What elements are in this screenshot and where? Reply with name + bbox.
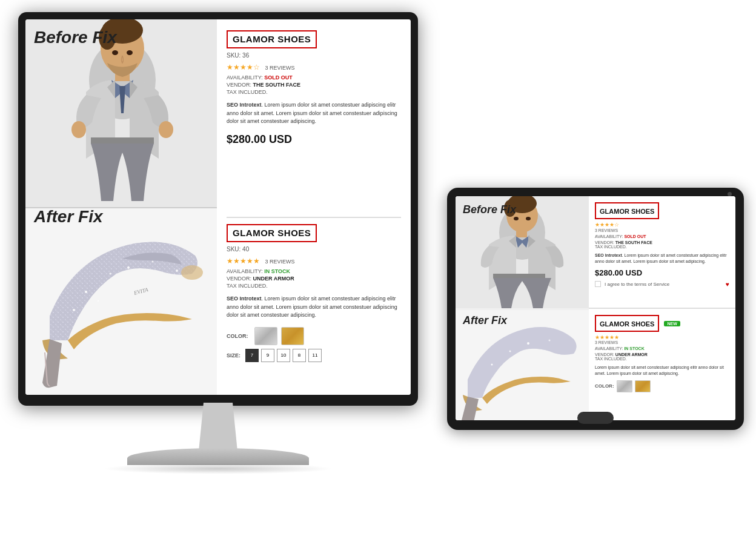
svg-text:EVITA: EVITA bbox=[133, 286, 149, 296]
tablet-after-tax: TAX INCLUDED. bbox=[595, 357, 729, 361]
monitor-size-row: SIZE: 7 9 10 8 11 bbox=[227, 349, 401, 362]
tablet-new-badge: NEW bbox=[664, 321, 680, 326]
monitor-label-after: After Fix bbox=[34, 207, 103, 226]
tablet-terms-row: I agree to the terms of Service ♥ bbox=[595, 281, 729, 288]
tablet-before-vendor: VENDOR: THE SOUTH FACE bbox=[595, 240, 729, 245]
monitor-after-sku: SKU: 40 bbox=[227, 246, 401, 253]
monitor-screen: Before Fix After Fix bbox=[25, 19, 411, 395]
tablet-before-title-box: GLAMOR SHOES bbox=[595, 202, 659, 219]
monitor-before-vendor: VENDOR: THE SOUTH FACE bbox=[227, 82, 401, 88]
tablet-after-title-row: GLAMOR SHOES NEW bbox=[595, 315, 729, 332]
svg-point-16 bbox=[85, 291, 87, 293]
svg-point-33 bbox=[491, 364, 493, 366]
monitor-before-avail: AVAILABILITY: SOLD OUT bbox=[227, 74, 401, 81]
tablet-label-after: After Fix bbox=[463, 314, 507, 327]
svg-point-14 bbox=[181, 265, 203, 280]
monitor-color-label: COLOR: bbox=[227, 333, 248, 339]
tablet-color-row: COLOR: bbox=[595, 380, 729, 392]
tablet-before-title: GLAMOR SHOES bbox=[600, 208, 654, 215]
svg-point-9 bbox=[127, 50, 133, 55]
monitor-bezel: Before Fix After Fix bbox=[18, 12, 418, 406]
tablet-before-reviews: 3 REVIEWS bbox=[595, 228, 729, 233]
monitor-swatch-gold[interactable] bbox=[281, 327, 304, 345]
tablet-after-avail-val: IN STOCK bbox=[624, 346, 644, 351]
monitor: Before Fix After Fix bbox=[18, 12, 430, 484]
monitor-after-stars: ★★★★★ bbox=[227, 257, 260, 265]
monitor-shoe-photo: EVITA bbox=[25, 208, 217, 395]
tablet-screen: Before Fix After Fix bbox=[456, 196, 735, 420]
svg-point-5 bbox=[71, 121, 86, 138]
monitor-size-7[interactable]: 7 bbox=[245, 349, 259, 362]
monitor-after-avail-val: IN STOCK bbox=[264, 268, 290, 274]
tablet-swatch-gold[interactable] bbox=[635, 380, 651, 392]
monitor-before-title: GLAMOR SHOES bbox=[233, 34, 311, 44]
tablet-after-stars: ★★★★★ bbox=[595, 334, 729, 340]
man-figure-svg bbox=[44, 19, 201, 207]
tablet-bezel: Before Fix After Fix bbox=[447, 188, 744, 430]
monitor-before-sku: SKU: 36 bbox=[227, 52, 401, 59]
monitor-size-label: SIZE: bbox=[227, 352, 240, 358]
monitor-after-vendor: VENDOR: UNDER ARMOR bbox=[227, 276, 401, 282]
tablet-before-avail-val: SOLD OUT bbox=[624, 234, 646, 239]
monitor-after-title-box: GLAMOR SHOES bbox=[227, 224, 317, 242]
monitor-before-tax: TAX INCLUDED. bbox=[227, 89, 401, 95]
monitor-after-info: GLAMOR SHOES SKU: 40 ★★★★★ 3 REVIEWS AVA… bbox=[227, 218, 401, 362]
monitor-before-price: $280.00 USD bbox=[227, 133, 401, 146]
svg-point-36 bbox=[549, 340, 551, 342]
monitor-man-photo bbox=[25, 19, 217, 207]
monitor-after-vendor-val: UNDER ARMOR bbox=[253, 276, 294, 282]
tablet-before-tax: TAX INCLUDED. bbox=[595, 245, 729, 249]
svg-point-6 bbox=[159, 121, 173, 138]
monitor-before-reviews: 3 REVIEWS bbox=[265, 65, 294, 71]
svg-rect-28 bbox=[516, 229, 527, 237]
tablet-before-seo: SEO Introtext. Lorem ipsum dolor sit ame… bbox=[595, 253, 729, 265]
svg-point-17 bbox=[110, 273, 111, 275]
monitor-base bbox=[127, 448, 309, 465]
monitor-after-avail: AVAILABILITY: IN STOCK bbox=[227, 268, 401, 274]
svg-point-21 bbox=[98, 300, 99, 302]
tablet-before-stars: ★★★★☆ bbox=[595, 222, 729, 228]
monitor-after-seo: SEO Introtext. Lorem ipsum dolor sit ame… bbox=[227, 295, 401, 320]
tablet-terms-text: I agree to the terms of Service bbox=[605, 282, 669, 287]
svg-point-30 bbox=[514, 217, 519, 220]
tablet-before-price: $280.00 USD bbox=[595, 268, 729, 277]
monitor-size-11[interactable]: 11 bbox=[308, 349, 322, 362]
monitor-size-9[interactable]: 9 bbox=[261, 349, 274, 362]
monitor-neck bbox=[194, 403, 242, 451]
svg-point-19 bbox=[152, 261, 154, 263]
tablet-product-panel: GLAMOR SHOES ★★★★☆ 3 REVIEWS AVAILABILIT… bbox=[589, 196, 735, 420]
tablet-after-reviews: 3 REVIEWS bbox=[595, 340, 729, 345]
tablet-after-vendor-val: UNDER ARMOR bbox=[615, 352, 648, 357]
monitor-shadow bbox=[103, 463, 333, 474]
monitor-after-tax: TAX INCLUDED. bbox=[227, 283, 401, 289]
monitor-swatch-silver[interactable] bbox=[254, 327, 277, 345]
svg-rect-7 bbox=[91, 137, 154, 144]
monitor-size-10[interactable]: 10 bbox=[277, 349, 290, 362]
monitor-before-seo: SEO Introtext. Lorem ipsum dolor sit ame… bbox=[227, 101, 401, 126]
monitor-before-avail-val: SOLD OUT bbox=[264, 74, 293, 81]
tablet-swatch-silver[interactable] bbox=[617, 380, 632, 392]
monitor-size-8[interactable]: 8 bbox=[293, 349, 306, 362]
tablet-after-title: GLAMOR SHOES bbox=[600, 320, 654, 328]
tablet-after-seo: Lorem ipsum dolor sit amet constestuer a… bbox=[595, 365, 729, 377]
svg-point-35 bbox=[527, 342, 529, 345]
monitor-before-rating: ★★★★☆ 3 REVIEWS bbox=[227, 61, 401, 72]
svg-point-8 bbox=[112, 50, 118, 55]
shoe-figure-svg: EVITA bbox=[25, 208, 217, 395]
tablet-terms-heart: ♥ bbox=[726, 281, 729, 288]
tablet-home-button[interactable] bbox=[577, 412, 614, 424]
tablet-label-before: Before Fix bbox=[463, 203, 516, 216]
svg-rect-29 bbox=[493, 274, 545, 278]
monitor-before-title-box: GLAMOR SHOES bbox=[227, 30, 317, 48]
tablet: Before Fix After Fix bbox=[447, 188, 744, 442]
svg-point-22 bbox=[176, 269, 178, 272]
svg-point-31 bbox=[526, 217, 531, 220]
tablet-terms-checkbox[interactable] bbox=[595, 281, 601, 287]
monitor-before-info: GLAMOR SHOES SKU: 36 ★★★★☆ 3 REVIEWS AVA… bbox=[227, 30, 401, 218]
tablet-after-avail: AVAILABILITY: IN STOCK bbox=[595, 346, 729, 351]
monitor-after-rating: ★★★★★ 3 REVIEWS bbox=[227, 255, 401, 266]
svg-point-18 bbox=[127, 266, 130, 269]
tablet-before-info: GLAMOR SHOES ★★★★☆ 3 REVIEWS AVAILABILIT… bbox=[589, 196, 735, 309]
monitor-label-before: Before Fix bbox=[34, 28, 117, 47]
tablet-before-vendor-val: THE SOUTH FACE bbox=[615, 240, 652, 245]
